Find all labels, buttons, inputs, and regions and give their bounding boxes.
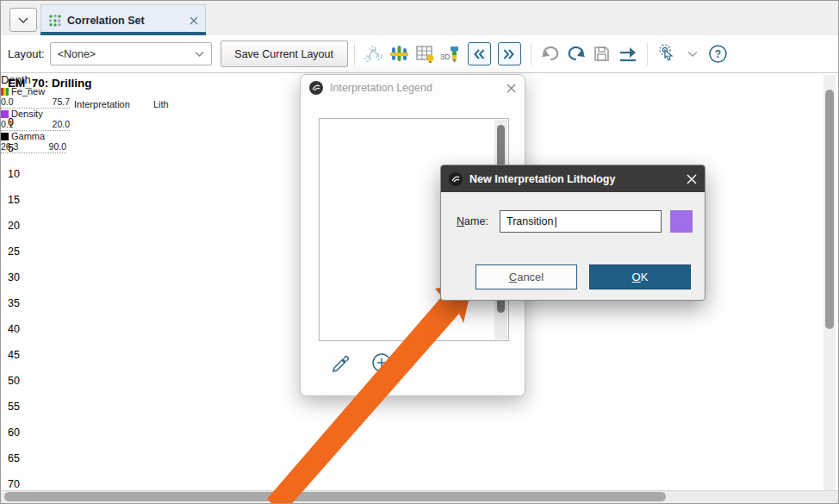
redo-button[interactable] bbox=[564, 42, 588, 66]
depth-tick-label: 65 bbox=[8, 451, 30, 465]
edit-lithology-button[interactable] bbox=[331, 352, 351, 373]
plus-circle-icon bbox=[371, 352, 392, 373]
undo-button[interactable] bbox=[538, 42, 562, 66]
new-dialog-titlebar[interactable]: New Interpretation Lithology bbox=[441, 165, 705, 192]
vertical-scrollbar-thumb[interactable] bbox=[825, 90, 834, 329]
depth-tick-label: 70 bbox=[8, 477, 30, 490]
lith-column-header: Lith bbox=[153, 99, 169, 109]
touch-select-icon bbox=[656, 43, 678, 65]
touch-dropdown-button[interactable] bbox=[681, 42, 705, 66]
save-layout-label: Save Current Layout bbox=[234, 48, 333, 60]
3d-view-icon: 3D bbox=[439, 43, 463, 65]
toolbar-separator bbox=[531, 43, 531, 65]
redo-icon bbox=[565, 43, 587, 65]
hole-title: EM_70: Drilling bbox=[8, 77, 92, 90]
depth-tick-label: 55 bbox=[8, 400, 30, 414]
chevron-down-icon bbox=[17, 16, 29, 24]
main-toolbar: Layout: <None> Save Current Layout 3D? bbox=[1, 35, 839, 73]
curve-color-icon bbox=[1, 133, 9, 140]
svg-text:?: ? bbox=[715, 48, 721, 60]
save-current-layout-button[interactable]: Save Current Layout bbox=[221, 40, 348, 67]
tab-correlation-set[interactable]: Correlation Set bbox=[40, 4, 206, 35]
help-button[interactable]: ? bbox=[706, 42, 730, 66]
name-input-value: Transition bbox=[507, 215, 553, 227]
undo-icon bbox=[539, 43, 562, 65]
close-icon[interactable] bbox=[507, 84, 516, 93]
layout-label: Layout: bbox=[8, 47, 45, 60]
depth-tick-label: 5 bbox=[8, 141, 30, 155]
toolbar-separator bbox=[647, 43, 648, 65]
tab-close-icon[interactable] bbox=[190, 16, 198, 25]
close-icon[interactable] bbox=[687, 174, 697, 184]
scatter-plot-icon bbox=[363, 43, 384, 65]
save-icon bbox=[591, 43, 612, 65]
ok-button[interactable]: OK bbox=[589, 264, 691, 289]
touch-dropdown-icon bbox=[687, 51, 698, 58]
depth-tick-label: 50 bbox=[8, 374, 30, 388]
statistics-table-icon bbox=[414, 43, 436, 65]
touch-select-button[interactable] bbox=[655, 42, 679, 66]
name-input[interactable]: Transition| bbox=[500, 210, 662, 233]
correlation-view-icon bbox=[388, 43, 410, 65]
scroll-left-button[interactable] bbox=[468, 42, 491, 65]
correlation-set-window: Correlation Set Layout: <None> Save Curr… bbox=[0, 0, 839, 504]
correlation-view-button[interactable] bbox=[388, 42, 412, 66]
horizontal-scrollbar-thumb[interactable] bbox=[4, 492, 666, 501]
scroll-left-icon bbox=[471, 47, 487, 62]
tab-list-button[interactable] bbox=[9, 8, 37, 32]
svg-text:3D: 3D bbox=[440, 53, 451, 61]
legend-dialog-titlebar[interactable]: Interpretation Legend bbox=[301, 75, 525, 101]
export-icon bbox=[617, 43, 639, 65]
help-icon: ? bbox=[708, 44, 728, 64]
legend-dialog-title: Interpretation Legend bbox=[330, 82, 507, 94]
depth-tick-label: 40 bbox=[8, 322, 30, 336]
new-dialog-title: New Interpretation Lithology bbox=[469, 173, 687, 185]
depth-tick-label: 35 bbox=[8, 296, 30, 310]
cancel-button[interactable]: Cancel bbox=[475, 264, 577, 289]
name-label: Name: bbox=[457, 215, 488, 227]
scroll-right-button[interactable] bbox=[498, 42, 521, 65]
color-swatch[interactable] bbox=[670, 210, 693, 233]
app-logo-icon bbox=[449, 172, 463, 186]
toolbar-separator bbox=[354, 43, 355, 65]
add-lithology-button[interactable] bbox=[371, 352, 392, 373]
interpretation-column-header: Interpretation bbox=[74, 99, 130, 109]
text-caret: | bbox=[554, 215, 556, 227]
save-button[interactable] bbox=[590, 42, 614, 66]
correlation-set-icon bbox=[48, 14, 61, 27]
depth-tick-label: 10 bbox=[8, 167, 30, 181]
depth-tick-label: 45 bbox=[8, 348, 30, 362]
layout-select[interactable]: <None> bbox=[50, 42, 212, 65]
depth-tick-label: 25 bbox=[8, 245, 30, 258]
app-logo-icon bbox=[309, 81, 323, 95]
3d-view-button[interactable]: 3D bbox=[439, 42, 463, 66]
depth-tick-label: 60 bbox=[8, 426, 30, 439]
chevron-down-icon bbox=[195, 51, 204, 58]
statistics-table-button[interactable] bbox=[413, 42, 438, 66]
pencil-icon bbox=[331, 352, 351, 373]
scroll-right-icon bbox=[501, 47, 517, 62]
export-button[interactable] bbox=[616, 42, 640, 66]
new-interpretation-lithology-dialog: New Interpretation Lithology Name: Trans… bbox=[440, 165, 705, 301]
depth-tick-label: 15 bbox=[8, 193, 30, 207]
depth-tick-label: 20 bbox=[8, 219, 30, 233]
depth-tick-label: 0 bbox=[8, 115, 30, 129]
scatter-plot-button[interactable] bbox=[362, 42, 386, 66]
layout-select-value: <None> bbox=[58, 48, 195, 60]
tab-label: Correlation Set bbox=[67, 15, 190, 27]
depth-tick-label: 30 bbox=[8, 271, 30, 284]
